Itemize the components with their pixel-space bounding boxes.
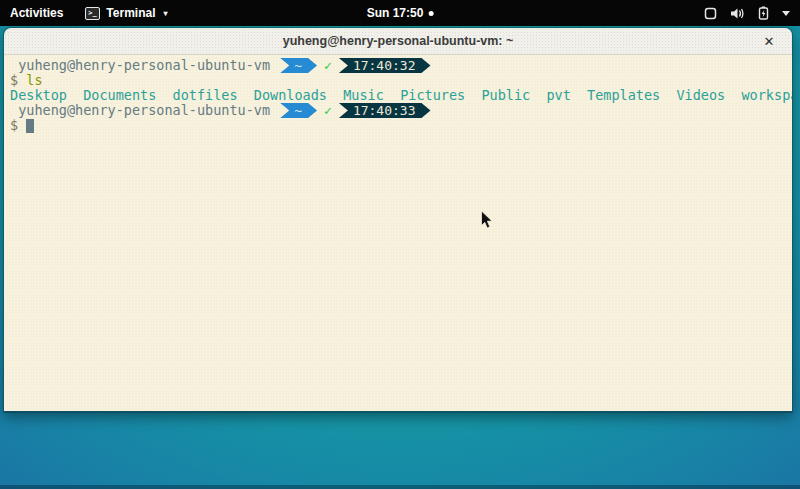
clock-label: Sun 17:50: [367, 6, 424, 20]
terminal-content[interactable]: yuheng@henry-personal-ubuntu-vm ~✓17:40:…: [4, 55, 792, 411]
prompt-time-segment: 17:40:33: [339, 103, 431, 118]
text-cursor: [26, 119, 34, 133]
prompt-user-host: yuheng@henry-personal-ubuntu-vm: [10, 103, 278, 118]
prompt-status-check-icon: ✓: [317, 103, 337, 118]
prompt-time-segment: 17:40:32: [339, 58, 431, 73]
close-button[interactable]: ✕: [760, 32, 778, 50]
chevron-down-icon: ▾: [163, 9, 167, 18]
command-line: $ ls: [10, 73, 790, 88]
terminal-icon: >_: [85, 7, 100, 20]
window-title: yuheng@henry-personal-ubuntu-vm: ~: [283, 34, 514, 48]
clock-button[interactable]: Sun 17:50: [367, 0, 434, 26]
prompt-status-check-icon: ✓: [317, 58, 337, 73]
prompt-line-1: yuheng@henry-personal-ubuntu-vm ~✓17:40:…: [10, 58, 790, 73]
chevron-down-icon[interactable]: [782, 11, 790, 16]
system-status-area[interactable]: [704, 0, 800, 26]
app-menu-label: Terminal: [106, 6, 155, 20]
prompt-user-host: yuheng@henry-personal-ubuntu-vm: [10, 58, 278, 73]
prompt-path-segment: ~: [280, 58, 317, 73]
activities-button[interactable]: Activities: [0, 0, 75, 26]
typed-command: ls: [26, 73, 42, 88]
window-titlebar[interactable]: yuheng@henry-personal-ubuntu-vm: ~ ✕: [4, 28, 792, 55]
screen-icon[interactable]: [704, 7, 717, 20]
volume-icon[interactable]: [730, 7, 745, 20]
prompt-symbol: $: [10, 118, 26, 133]
terminal-window: yuheng@henry-personal-ubuntu-vm: ~ ✕ yuh…: [3, 27, 793, 413]
input-line[interactable]: $: [10, 118, 790, 133]
app-menu-terminal[interactable]: >_ Terminal ▾: [75, 0, 177, 26]
prompt-path-segment: ~: [280, 103, 317, 118]
prompt-symbol: $: [10, 73, 26, 88]
battery-charging-icon[interactable]: [758, 6, 769, 20]
gnome-top-bar: Activities >_ Terminal ▾ Sun 17:50: [0, 0, 800, 26]
prompt-line-2: yuheng@henry-personal-ubuntu-vm ~✓17:40:…: [10, 103, 790, 118]
ls-output: Desktop Documents dotfiles Downloads Mus…: [10, 88, 790, 103]
notification-dot-icon: [428, 11, 433, 16]
